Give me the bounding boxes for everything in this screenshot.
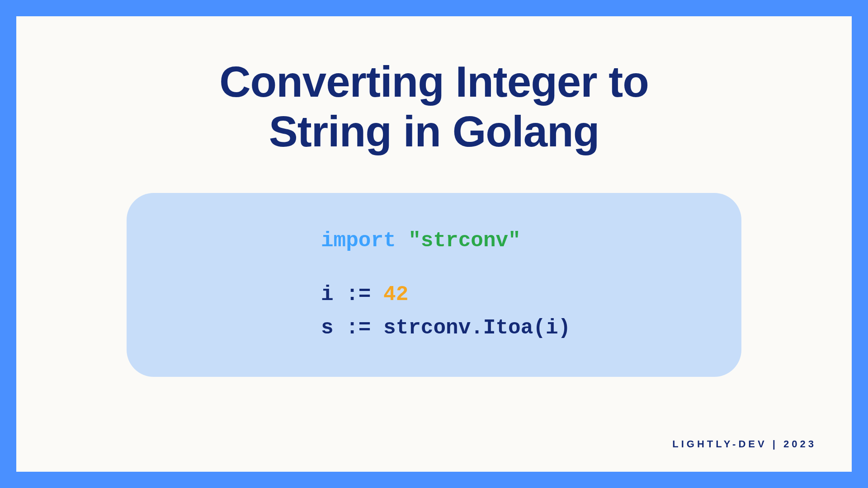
footer-credit: LIGHTLY-DEV | 2023 [672, 438, 816, 450]
code-line-import: import "strconv" [321, 225, 714, 258]
slide-card: Converting Integer to String in Golang i… [16, 16, 852, 472]
code-text: i := [321, 283, 383, 306]
keyword-import: import [321, 229, 396, 253]
code-text: s := strconv.Itoa(i) [321, 316, 571, 340]
code-block: import "strconv" i := 42 s := strconv.It… [127, 193, 741, 377]
number-literal: 42 [383, 283, 408, 306]
title-line-2: String in Golang [269, 107, 599, 155]
code-line-blank [321, 258, 714, 278]
code-line-assign-int: i := 42 [321, 278, 714, 312]
slide-title: Converting Integer to String in Golang [219, 57, 649, 157]
string-literal: "strconv" [408, 229, 520, 253]
code-line-itoa: s := strconv.Itoa(i) [321, 312, 714, 345]
title-line-1: Converting Integer to [219, 57, 649, 106]
